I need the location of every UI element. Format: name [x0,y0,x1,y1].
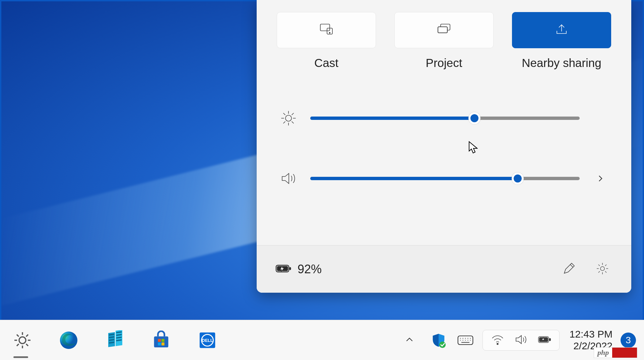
tray-network-volume-battery[interactable] [482,330,560,351]
svg-line-13 [283,122,285,123]
battery-percent: 92% [298,262,322,276]
brightness-slider-thumb[interactable] [468,112,480,124]
project-tile[interactable] [394,12,494,48]
svg-rect-16 [289,267,291,270]
open-settings-button[interactable] [592,259,613,279]
cast-label: Cast [314,56,338,70]
clock-time: 12:43 PM [570,329,613,340]
taskbar: DELL 12:43 PM 2/2/2022 3 [0,320,644,360]
nearby-sharing-label: Nearby sharing [522,56,601,70]
quick-actions-row: Cast Project Nearby sharing [257,0,631,70]
project-icon [436,23,452,38]
brightness-icon [280,110,297,127]
taskbar-pinned-apps: DELL [0,327,220,353]
svg-point-20 [600,267,604,271]
quick-action-cast: Cast [277,12,376,70]
volume-output-chevron[interactable] [593,171,608,186]
taskbar-dell-app[interactable]: DELL [194,327,220,353]
cast-icon [318,23,334,38]
volume-slider-thumb[interactable] [512,172,524,185]
taskbar-edge-app[interactable] [56,327,82,353]
volume-icon [280,170,297,187]
brightness-slider-row [257,110,631,127]
watermark-badge: php [594,347,637,358]
svg-rect-38 [162,342,165,345]
svg-rect-35 [158,339,161,342]
taskbar-active-indicator [13,356,28,358]
brightness-slider[interactable] [310,117,580,120]
svg-rect-36 [162,339,165,342]
svg-line-19 [570,265,573,267]
notification-center-button[interactable]: 3 [621,333,636,348]
svg-point-2 [329,32,330,33]
battery-tray-icon [538,333,551,348]
chevron-up-icon [405,335,414,345]
svg-point-42 [439,341,445,348]
tray-overflow-button[interactable] [400,331,419,350]
share-icon [554,23,570,38]
volume-slider-row [257,170,631,187]
svg-rect-4 [438,27,447,33]
svg-rect-37 [158,342,161,345]
battery-status[interactable]: 92% [275,262,322,276]
taskbar-settings-app[interactable] [9,327,36,353]
svg-rect-0 [320,24,330,31]
volume-slider[interactable] [310,177,580,180]
svg-point-22 [19,337,26,344]
wifi-icon [491,333,504,348]
cast-tile[interactable] [277,12,376,48]
edit-quick-settings-button[interactable] [559,259,579,279]
gear-icon [596,262,609,277]
svg-line-11 [283,113,285,115]
project-label: Project [426,56,462,70]
taskbar-server-manager-app[interactable] [102,327,128,353]
quick-settings-footer: 92% [257,245,631,293]
taskbar-microsoft-store-app[interactable] [148,327,174,353]
nearby-sharing-tile[interactable] [512,12,611,48]
svg-rect-34 [154,336,169,347]
battery-icon [275,263,292,275]
svg-line-14 [292,113,294,115]
tray-windows-security[interactable] [429,331,448,350]
quick-action-project: Project [394,12,494,70]
svg-line-12 [292,122,294,123]
quick-settings-panel: Cast Project Nearby sharing 61 [257,0,631,293]
svg-point-55 [497,343,498,345]
tray-input-indicator[interactable] [456,331,475,350]
svg-rect-57 [549,338,551,341]
speaker-icon [514,333,528,348]
watermark-text: php [594,348,612,357]
svg-point-6 [285,115,292,121]
pencil-icon [562,262,576,277]
svg-text:DELL: DELL [202,338,213,343]
quick-action-nearby-sharing: Nearby sharing [512,12,611,70]
